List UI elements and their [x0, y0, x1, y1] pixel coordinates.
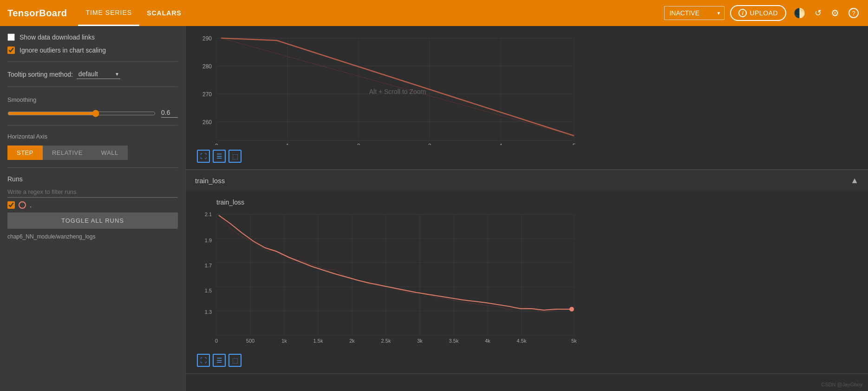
inactive-select-wrapper: INACTIVE ACTIVE ▼	[664, 6, 724, 20]
tooltip-select[interactable]: default ascending descending	[77, 69, 120, 79]
fullscreen-icon-2: ⛶	[200, 357, 207, 364]
divider-3	[7, 125, 178, 126]
train-loss-title-row[interactable]: train_loss ▲	[186, 170, 868, 191]
settings-button[interactable]: ⚙	[829, 6, 841, 20]
topnav: TensorBoard TIME SERIES SCALARS INACTIVE…	[0, 0, 868, 26]
ignore-outliers-label: Ignore outliers in chart scaling	[20, 46, 106, 54]
train-loss-collapse-button[interactable]: ▲	[850, 176, 859, 186]
tooltip-row: Tooltip sorting method: default ascendin…	[7, 69, 178, 79]
upload-button[interactable]: i UPLOAD	[730, 5, 786, 21]
svg-text:1.5k: 1.5k	[313, 338, 323, 344]
smoothing-slider[interactable]	[7, 110, 156, 117]
train-loss-chart-area: train_loss	[186, 191, 868, 373]
svg-text:280: 280	[202, 63, 212, 70]
smoothing-row: 0.6	[7, 109, 178, 118]
nav-links: TIME SERIES SCALARS	[78, 0, 653, 26]
tooltip-label: Tooltip sorting method:	[7, 71, 73, 78]
fullscreen-icon: ⛶	[200, 152, 207, 160]
top-chart-fullscreen-button[interactable]: ⛶	[197, 150, 210, 163]
svg-text:290: 290	[202, 35, 212, 42]
top-chart-toolbar: ⛶ ☰ ⬚	[193, 147, 857, 166]
brand: TensorBoard	[7, 8, 67, 19]
svg-text:260: 260	[202, 119, 212, 126]
axis-wall-button[interactable]: WALL	[92, 146, 128, 160]
axis-relative-button[interactable]: RELATIVE	[43, 146, 92, 160]
main-layout: Show data download links Ignore outliers…	[0, 26, 868, 391]
svg-text:0: 0	[215, 143, 218, 145]
topnav-right: INACTIVE ACTIVE ▼ i UPLOAD 🌓 ↺ ⚙ ?	[664, 5, 861, 21]
runs-section: Runs . TOGGLE ALL RUNS chap6_NN_module/w…	[7, 175, 178, 240]
train-loss-toolbar: ⛶ ☰ ⬚	[193, 351, 857, 370]
theme-icon: 🌓	[794, 7, 805, 19]
chevron-up-icon: ▲	[850, 176, 859, 185]
svg-text:2k: 2k	[349, 338, 355, 344]
help-button[interactable]: ?	[847, 6, 861, 20]
tooltip-select-wrap: default ascending descending ▼	[77, 69, 120, 79]
svg-text:4.5k: 4.5k	[517, 338, 527, 344]
nav-scalars[interactable]: SCALARS	[139, 0, 189, 26]
svg-text:1: 1	[286, 143, 289, 145]
svg-text:3k: 3k	[417, 338, 423, 344]
train-loss-chart-title: train_loss	[193, 199, 857, 210]
selection-icon: ⬚	[232, 152, 238, 160]
lines-icon-2: ☰	[216, 357, 222, 364]
svg-text:5: 5	[573, 143, 576, 145]
run-checkbox[interactable]	[7, 201, 15, 209]
divider-1	[7, 61, 178, 62]
runs-filter-input[interactable]	[7, 186, 178, 198]
help-icon: ?	[848, 8, 859, 18]
divider-2	[7, 86, 178, 87]
top-chart-container: 290 280 270 260 0 1 2 3 4 5	[193, 33, 857, 147]
run-name: chap6_NN_module/wanzheng_logs	[7, 233, 178, 240]
nav-time-series[interactable]: TIME SERIES	[78, 0, 139, 26]
axis-step-button[interactable]: STEP	[7, 146, 43, 160]
theme-button[interactable]: 🌓	[792, 6, 807, 20]
top-chart-area: 290 280 270 260 0 1 2 3 4 5	[186, 26, 868, 169]
svg-text:2: 2	[357, 143, 360, 145]
svg-text:1.3: 1.3	[205, 309, 212, 315]
settings-icon: ⚙	[831, 7, 839, 19]
show-download-links-row[interactable]: Show data download links	[7, 33, 178, 41]
svg-text:1.9: 1.9	[205, 238, 212, 243]
axis-buttons: STEP RELATIVE WALL	[7, 146, 178, 160]
svg-text:1.7: 1.7	[205, 263, 212, 268]
run-item: .	[7, 201, 178, 209]
upload-info-icon: i	[738, 9, 747, 17]
svg-text:1k: 1k	[281, 338, 287, 344]
train-loss-lines-button[interactable]: ☰	[213, 354, 226, 367]
train-loss-chart-container: 2.1 1.9 1.7 1.5 1.3 0 500 1k 1.5k 2k 2.5…	[193, 210, 857, 351]
upload-label: UPLOAD	[750, 9, 778, 17]
train-loss-fullscreen-button[interactable]: ⛶	[197, 354, 210, 367]
svg-text:270: 270	[202, 91, 212, 98]
ignore-outliers-row[interactable]: Ignore outliers in chart scaling	[7, 46, 178, 54]
ignore-outliers-checkbox[interactable]	[7, 46, 15, 54]
svg-text:0: 0	[215, 338, 218, 344]
top-chart-selection-button[interactable]: ⬚	[228, 150, 241, 163]
svg-text:2.1: 2.1	[205, 212, 212, 217]
toggle-all-runs-button[interactable]: TOGGLE ALL RUNS	[7, 212, 178, 229]
show-download-links-checkbox[interactable]	[7, 33, 15, 41]
svg-text:4k: 4k	[485, 338, 490, 344]
top-chart-lines-button[interactable]: ☰	[213, 150, 226, 163]
svg-text:Alt + Scroll to Zoom: Alt + Scroll to Zoom	[369, 88, 426, 95]
watermark: CSDN @JayGboy	[821, 382, 862, 387]
selection-icon-2: ⬚	[232, 357, 238, 364]
train-loss-selection-button[interactable]: ⬚	[228, 354, 241, 367]
inactive-select[interactable]: INACTIVE ACTIVE	[664, 6, 724, 20]
main-content: 290 280 270 260 0 1 2 3 4 5	[186, 26, 868, 391]
train-loss-chart-svg: 2.1 1.9 1.7 1.5 1.3 0 500 1k 1.5k 2k 2.5…	[193, 210, 843, 349]
svg-text:4: 4	[499, 143, 503, 145]
sidebar: Show data download links Ignore outliers…	[0, 26, 186, 391]
top-chart-section: 290 280 270 260 0 1 2 3 4 5	[186, 26, 868, 170]
run-circle-icon	[19, 201, 26, 209]
svg-text:3: 3	[428, 143, 431, 145]
divider-4	[7, 167, 178, 168]
refresh-button[interactable]: ↺	[813, 6, 823, 20]
show-download-links-label: Show data download links	[20, 33, 95, 41]
smoothing-value: 0.6	[161, 109, 178, 118]
svg-text:5k: 5k	[571, 338, 577, 344]
train-loss-section-title: train_loss	[195, 177, 225, 185]
train-loss-section: train_loss	[186, 191, 868, 374]
train-loss-end-dot	[569, 307, 574, 311]
refresh-icon: ↺	[815, 8, 822, 18]
